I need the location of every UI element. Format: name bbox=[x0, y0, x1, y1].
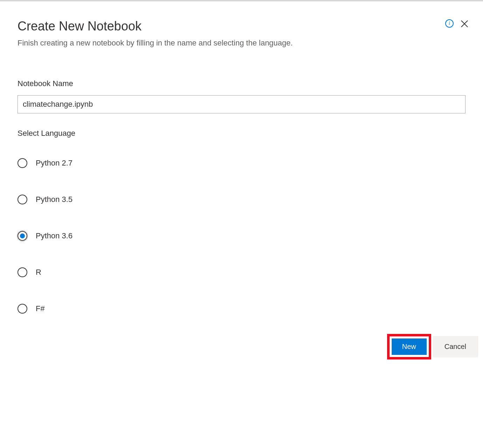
header-actions bbox=[445, 19, 469, 28]
radio-python-35[interactable]: Python 3.5 bbox=[18, 195, 465, 204]
radio-button-icon bbox=[18, 267, 27, 277]
radio-label: R bbox=[36, 268, 41, 277]
radio-button-icon bbox=[18, 304, 27, 314]
radio-button-icon bbox=[18, 231, 27, 241]
select-language-label: Select Language bbox=[18, 129, 465, 138]
radio-r[interactable]: R bbox=[18, 267, 465, 277]
cancel-button[interactable]: Cancel bbox=[433, 336, 478, 357]
dialog-subtitle: Finish creating a new notebook by fillin… bbox=[18, 38, 465, 48]
dialog-footer: New Cancel bbox=[387, 334, 478, 359]
notebook-name-label: Notebook Name bbox=[18, 79, 465, 88]
radio-label: Python 3.6 bbox=[36, 231, 72, 240]
radio-button-icon bbox=[18, 195, 27, 204]
radio-button-icon bbox=[18, 158, 27, 168]
close-icon[interactable] bbox=[460, 19, 469, 28]
highlight-annotation: New bbox=[387, 334, 431, 359]
info-icon[interactable] bbox=[445, 19, 454, 28]
radio-python-36[interactable]: Python 3.6 bbox=[18, 231, 465, 241]
radio-label: Python 2.7 bbox=[36, 159, 72, 168]
radio-fsharp[interactable]: F# bbox=[18, 304, 465, 314]
dialog-title: Create New Notebook bbox=[18, 19, 465, 34]
create-notebook-dialog: Create New Notebook Finish creating a ne… bbox=[0, 1, 483, 328]
radio-label: F# bbox=[36, 304, 45, 313]
notebook-name-section: Notebook Name bbox=[18, 79, 465, 113]
language-radio-group: Python 2.7 Python 3.5 Python 3.6 R F# bbox=[18, 158, 465, 314]
notebook-name-input[interactable] bbox=[18, 95, 465, 113]
radio-label: Python 3.5 bbox=[36, 195, 72, 204]
radio-python-27[interactable]: Python 2.7 bbox=[18, 158, 465, 168]
new-button[interactable]: New bbox=[392, 338, 427, 355]
